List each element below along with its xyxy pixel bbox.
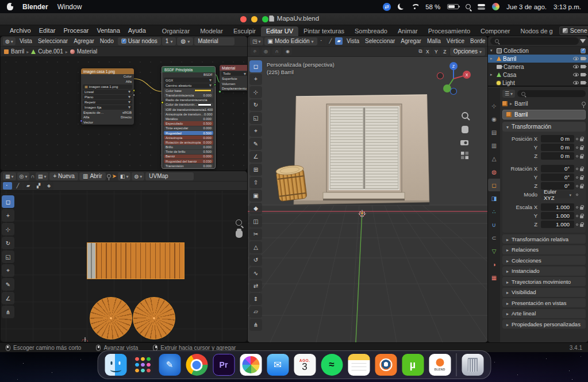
outliner-row[interactable]: ▸ Barril: [488, 55, 588, 63]
uv-island-barrel-side[interactable]: [87, 242, 185, 279]
zoom-window-button[interactable]: [262, 16, 268, 22]
viewport-canvas[interactable]: Personalizada (perspectiva) (225) Barril…: [248, 57, 487, 342]
dock-launchpad-icon[interactable]: [132, 354, 153, 376]
editor-type-button[interactable]: ◳: [250, 37, 263, 45]
dock-mail-icon[interactable]: ✉: [267, 354, 289, 376]
barrel-object[interactable]: [275, 164, 307, 202]
animate-decorator-icon[interactable]: [576, 176, 578, 179]
topbar-menu-item[interactable]: Ayuda: [124, 26, 150, 35]
value-field[interactable]: 0°: [541, 165, 574, 172]
uv-island-mode-button[interactable]: ▞: [34, 182, 43, 190]
disable-render-icon[interactable]: [581, 65, 586, 68]
node-property-row[interactable]: Espacio de…sRGB: [81, 110, 134, 115]
uv-island-gray-strip[interactable]: [87, 243, 96, 279]
focus-moon-icon[interactable]: [398, 3, 404, 10]
viewport-menu-item[interactable]: Vértice: [444, 37, 467, 45]
dock-utorrent-icon[interactable]: µ: [402, 354, 424, 376]
bsdf-property-row[interactable]: Metálico 0.000: [164, 117, 213, 121]
animate-decorator-icon[interactable]: [576, 223, 578, 226]
scene-selector[interactable]: Scene ×: [559, 26, 588, 35]
inset-faces-tool[interactable]: ▣: [249, 190, 262, 202]
value-field[interactable]: 0 m: [541, 152, 574, 160]
workspace-tab[interactable]: Procesamiento: [423, 26, 475, 36]
properties-panel-header[interactable]: Relaciones: [502, 245, 586, 254]
rotate-tool[interactable]: ↻: [249, 99, 262, 111]
bsdf-property-row[interactable]: Especulado 0.500: [164, 121, 213, 125]
viewport-nav-icons[interactable]: [460, 113, 470, 159]
value-field[interactable]: 0 m: [541, 144, 574, 151]
snap-magnet-icon[interactable]: ∩: [30, 173, 34, 179]
workspace-tab[interactable]: Editar UV: [261, 26, 298, 36]
tab-render[interactable]: ◉: [488, 113, 500, 125]
dock-chrome-icon[interactable]: [186, 354, 207, 376]
color-swatch[interactable]: [194, 89, 212, 92]
lock-icon[interactable]: [580, 168, 583, 171]
pivot-point-icon[interactable]: ◎: [262, 48, 270, 55]
bsdf-property-row[interactable]: Anisotropía 0.000: [164, 136, 213, 140]
animate-decorator-icon[interactable]: [576, 168, 578, 170]
node-enum-row[interactable]: Repetir: [83, 100, 132, 105]
dock-photos-icon[interactable]: [240, 354, 262, 376]
window-shutters[interactable]: [323, 104, 405, 200]
workspace-tab[interactable]: Pintar texturas: [298, 26, 349, 36]
node-canvas[interactable]: imagen casa 1.png ColorAlfa ▦imagen casa…: [1, 57, 247, 171]
uv-sticky-select-button[interactable]: ◈: [44, 182, 53, 190]
hide-eye-icon[interactable]: [573, 73, 579, 76]
uv-edge-mode-button[interactable]: ╱: [13, 182, 22, 190]
uv-rotate-tool[interactable]: ↻: [2, 237, 14, 249]
tab-tool[interactable]: ⊹: [488, 99, 500, 112]
apple-menu-icon[interactable]: [7, 3, 13, 10]
expand-arrow-icon[interactable]: ▸: [490, 56, 495, 61]
vertex-select-mode-button[interactable]: ⠂: [318, 37, 326, 45]
value-field[interactable]: 1.000: [541, 203, 574, 211]
bsdf-enum-row[interactable]: Camino aleatorio: [164, 83, 213, 88]
bsdf-property-row[interactable]: Transmisión 0.000: [164, 164, 213, 168]
properties-panel-header[interactable]: Presentación en vistas: [502, 298, 586, 307]
minimize-window-button[interactable]: [251, 16, 258, 22]
output-input-socket[interactable]: Volumen: [220, 81, 247, 86]
bsdf-property-row[interactable]: Color de translumin…: [164, 103, 213, 107]
uv-annotate-tool[interactable]: ✎: [2, 278, 14, 291]
bsdf-property-row[interactable]: Tinte especular 0.000: [164, 126, 213, 130]
topbar-menu-item[interactable]: Archivo: [6, 26, 35, 35]
workspace-tab[interactable]: Componer: [475, 26, 515, 36]
material-name-field[interactable]: Material: [194, 37, 235, 45]
expand-arrow-icon[interactable]: ▸: [490, 72, 495, 77]
workspace-tab[interactable]: Organizar: [157, 26, 195, 36]
user-switcher-icon[interactable]: [492, 3, 499, 10]
bsdf-property-row[interactable]: IOR de transluminiscencia 1.400: [164, 107, 213, 111]
lock-icon[interactable]: [580, 224, 583, 227]
mirror-axis-button[interactable]: X: [424, 48, 432, 56]
dock-notes-icon[interactable]: [348, 354, 370, 376]
bsdf-output-socket[interactable]: BSDF: [162, 72, 215, 77]
node-title[interactable]: BSDF Principista: [162, 67, 215, 72]
app-menu[interactable]: Blender: [22, 3, 48, 11]
viewport-menu-item[interactable]: Agregar: [398, 37, 424, 45]
rip-region-tool[interactable]: ⋔: [249, 319, 262, 331]
node-input-socket[interactable]: Vector: [81, 120, 134, 125]
shrink-fatten-tool[interactable]: ⇕: [249, 293, 262, 305]
tab-object-data[interactable]: ▽: [488, 245, 500, 257]
value-field[interactable]: 1.000: [541, 221, 574, 228]
extrude-region-tool[interactable]: ⇧: [249, 177, 262, 189]
tab-texture[interactable]: ▦: [488, 271, 500, 284]
tab-scene[interactable]: △: [488, 152, 500, 165]
control-center-icon[interactable]: [478, 4, 485, 10]
viewport-menu-item[interactable]: Borde: [467, 37, 485, 45]
pivot-point-button[interactable]: ◎: [17, 172, 30, 180]
dock-blend-file-icon[interactable]: BLEND: [429, 354, 451, 376]
hide-eye-icon[interactable]: [573, 65, 579, 68]
transform-tool[interactable]: ⌖: [249, 125, 262, 137]
navigation-gizmo[interactable]: Z X: [437, 62, 471, 95]
disable-render-icon[interactable]: [581, 81, 586, 84]
uv-2d-cursor[interactable]: [82, 339, 88, 342]
node-output-socket[interactable]: Alfa: [81, 79, 134, 83]
disable-render-icon[interactable]: [581, 73, 586, 76]
lock-icon[interactable]: [580, 147, 583, 150]
hide-eye-icon[interactable]: [573, 81, 579, 84]
lock-icon[interactable]: [580, 215, 583, 218]
workspace-tab[interactable]: Sombreado: [349, 26, 393, 36]
use-nodes-checkbox[interactable]: Usar nodos: [118, 37, 161, 45]
smooth-tool[interactable]: ∿: [249, 267, 262, 279]
bsdf-property-row[interactable]: Transluminiscencia 0.000: [164, 93, 213, 97]
